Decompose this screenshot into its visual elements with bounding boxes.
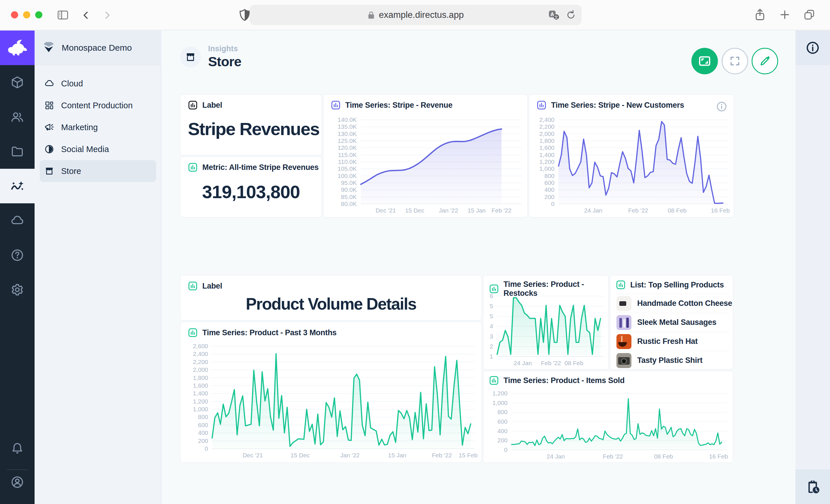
svg-text:Feb '22: Feb '22: [603, 453, 623, 460]
svg-text:文: 文: [554, 15, 558, 20]
svg-text:24 Jan: 24 Jan: [514, 360, 532, 366]
svg-text:2,600: 2,600: [193, 344, 208, 349]
storefront-icon: [185, 52, 196, 63]
svg-text:1: 1: [490, 353, 493, 360]
module-files-icon[interactable]: [0, 134, 35, 169]
panel-timeseries-stripe-revenue: Time Series: Stripe - Revenue 140.0K135.…: [323, 94, 528, 217]
present-mode-button[interactable]: [691, 48, 718, 74]
svg-text:800: 800: [198, 413, 208, 420]
svg-text:125.0K: 125.0K: [338, 137, 357, 144]
svg-text:200: 200: [498, 437, 508, 443]
fullscreen-icon: [729, 55, 741, 67]
product-thumbnail: [616, 296, 632, 311]
bar-chart-icon: [331, 100, 341, 110]
stripe-revenue-chart: 140.0K135.0K130.0K125.0K120.0K115.0K110.…: [326, 117, 524, 214]
panel-timeseries-new-customers: Time Series: Stripe - New Customers 2,40…: [529, 94, 734, 217]
list-item: Rustic Fresh Hat: [614, 332, 729, 351]
storefront-icon: [44, 166, 54, 176]
project-header[interactable]: Monospace Demo: [35, 31, 161, 65]
metric-value: 319,103,800: [181, 181, 322, 202]
svg-text:5: 5: [490, 303, 493, 309]
cloud-icon: [44, 79, 54, 89]
directus-logo[interactable]: [0, 31, 35, 65]
bar-chart-icon: [489, 375, 499, 385]
address-bar[interactable]: example.directus.app A 文: [250, 5, 582, 25]
product-thumbnail: [616, 353, 632, 368]
svg-text:15 Jan: 15 Jan: [388, 452, 406, 459]
clipboard-clock-icon: [805, 479, 821, 495]
svg-text:08 Feb: 08 Feb: [668, 207, 687, 214]
info-icon: [806, 41, 820, 55]
pencil-icon: [759, 55, 771, 67]
list-item: Sleek Metal Sausages: [614, 313, 729, 332]
rabbit-logo-icon: [6, 39, 29, 57]
svg-text:2,000: 2,000: [193, 366, 208, 373]
module-insights-icon[interactable]: [0, 169, 35, 203]
fullscreen-button[interactable]: [722, 48, 748, 74]
panel-header: Label: [202, 282, 222, 291]
window-zoom-button[interactable]: [35, 11, 42, 19]
panel-header: Metric: All-time Stripe Revenues: [202, 163, 319, 172]
sidebar-item-marketing[interactable]: Marketing: [40, 116, 156, 138]
svg-text:95.0K: 95.0K: [341, 179, 357, 186]
reload-icon[interactable]: [566, 9, 576, 21]
window-close-button[interactable]: [11, 11, 18, 19]
svg-text:135.0K: 135.0K: [338, 123, 357, 130]
translate-icon[interactable]: A 文: [548, 9, 560, 21]
svg-text:1,400: 1,400: [539, 152, 554, 158]
module-settings-icon[interactable]: [0, 272, 35, 307]
info-sidebar-button[interactable]: [795, 31, 830, 65]
breadcrumb[interactable]: Insights: [208, 44, 238, 53]
svg-text:1,200: 1,200: [539, 158, 554, 165]
module-content-icon[interactable]: [0, 65, 35, 100]
svg-text:115.0K: 115.0K: [338, 152, 357, 158]
svg-text:105.0K: 105.0K: [338, 165, 357, 172]
sidebar-item-store[interactable]: Store: [40, 160, 156, 182]
activity-log-button[interactable]: [795, 469, 830, 504]
svg-text:130.0K: 130.0K: [338, 131, 357, 137]
label-text: Stripe Revenues: [188, 119, 319, 139]
svg-text:1,200: 1,200: [193, 398, 208, 405]
svg-text:400: 400: [198, 429, 208, 436]
edit-dashboard-button[interactable]: [752, 48, 778, 74]
svg-text:16 Feb: 16 Feb: [711, 207, 730, 214]
module-users-icon[interactable]: [0, 100, 35, 134]
project-name: Monospace Demo: [62, 43, 132, 53]
svg-text:1,400: 1,400: [193, 390, 208, 397]
product-thumbnail: [616, 334, 632, 349]
notifications-bell-icon[interactable]: [0, 431, 35, 465]
sidebar-item-cloud[interactable]: Cloud: [40, 73, 156, 95]
panel-metric-stripe-revenues: Metric: All-time Stripe Revenues 319,103…: [180, 156, 322, 217]
right-sidebar: [795, 31, 830, 504]
user-avatar[interactable]: [0, 465, 35, 499]
module-help-icon[interactable]: [0, 238, 35, 272]
svg-text:400: 400: [498, 428, 508, 434]
svg-text:400: 400: [544, 186, 554, 193]
svg-text:24 Jan: 24 Jan: [584, 207, 602, 214]
svg-text:15 Jan: 15 Jan: [468, 207, 486, 214]
window-minimize-button[interactable]: [23, 11, 30, 19]
main-content: Insights Store: [162, 31, 795, 504]
svg-text:24 Jan: 24 Jan: [547, 453, 565, 460]
module-cloud-icon[interactable]: [0, 203, 35, 238]
svg-text:1,200: 1,200: [492, 391, 508, 397]
sidebar-item-content-production[interactable]: Content Production: [40, 95, 156, 116]
back-button[interactable]: [81, 10, 92, 21]
svg-text:1,000: 1,000: [539, 165, 554, 172]
svg-text:600: 600: [544, 179, 554, 186]
bar-chart-icon: [188, 328, 198, 338]
share-icon[interactable]: [753, 8, 767, 21]
svg-text:2,400: 2,400: [193, 350, 208, 357]
sidebar-toggle-icon[interactable]: [57, 9, 69, 21]
panel-info-icon[interactable]: [716, 101, 727, 112]
nav-items: Cloud Content Production: [35, 73, 161, 182]
sidebar-item-social-media[interactable]: Social Media: [40, 138, 156, 160]
new-tab-icon[interactable]: [779, 9, 791, 21]
svg-text:2,200: 2,200: [539, 123, 554, 130]
forward-button[interactable]: [101, 10, 113, 21]
svg-text:Dec '21: Dec '21: [376, 207, 396, 214]
tab-overview-icon[interactable]: [803, 8, 816, 21]
svg-text:0: 0: [204, 445, 208, 452]
svg-text:2,200: 2,200: [193, 359, 208, 365]
panel-header: Time Series: Stripe - New Customers: [551, 101, 684, 110]
